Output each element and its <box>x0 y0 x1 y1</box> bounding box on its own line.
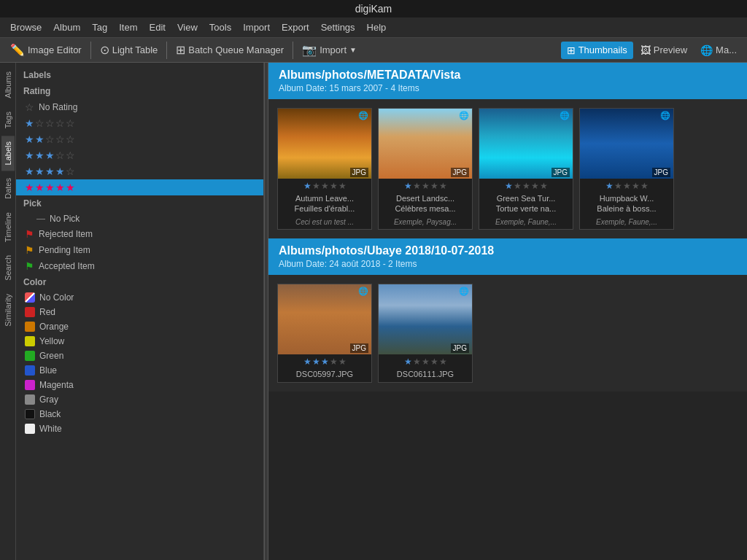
thumb-desert[interactable]: 🌐 JPG ★ ★ ★ ★ ★ Desert Landsc...Célèbres… <box>378 108 473 230</box>
gray-label: Gray <box>39 394 58 405</box>
white-swatch <box>25 424 35 434</box>
red-label: Red <box>39 307 55 317</box>
thumb-comment-4: Exemple, Faune,... <box>580 217 673 229</box>
accepted-flag-icon: ⚑ <box>25 260 34 272</box>
5star-stars: ★ ★ ★ ★ ★ <box>25 182 75 193</box>
menu-help[interactable]: Help <box>363 20 391 34</box>
thumb-whale[interactable]: 🌐 JPG ★ ★ ★ ★ ★ Humpback W...Baleine à b… <box>579 108 674 230</box>
orange-label: Orange <box>39 322 69 332</box>
album-title-1: Albums/photos/METADATA/Vista <box>279 69 737 82</box>
rating-4star[interactable]: ★ ★ ★ ★ ☆ <box>16 163 263 179</box>
thumb-stars-5: ★ ★ ★ ★ ★ <box>278 354 371 368</box>
preview-button[interactable]: 🖼 Preview <box>635 42 693 59</box>
thumb-dsc06111[interactable]: 🌐 JPG ★ ★ ★ ★ ★ DSC06111.JPG <box>378 284 473 383</box>
menu-view[interactable]: View <box>173 20 202 34</box>
album-title-2: Albums/photos/Ubaye 2018/10-07-2018 <box>279 244 737 257</box>
image-editor-icon: ✏️ <box>10 43 25 57</box>
tab-tags[interactable]: Tags <box>1 106 15 134</box>
color-gray[interactable]: Gray <box>16 392 263 407</box>
color-orange[interactable]: Orange <box>16 319 263 334</box>
thumb-name-6: DSC06111.JPG <box>379 368 472 382</box>
format-label-5: JPG <box>350 343 368 353</box>
light-table-button[interactable]: ⊙ Light Table <box>94 40 164 60</box>
menu-edit[interactable]: Edit <box>144 20 169 34</box>
thumb-img-turtle: 🌐 JPG <box>479 109 573 179</box>
rating-1star[interactable]: ★ ☆ ☆ ☆ ☆ <box>16 115 263 131</box>
album-header-1: Albums/photos/METADATA/Vista Album Date:… <box>268 63 747 99</box>
magenta-swatch <box>25 380 35 390</box>
pick-rejected[interactable]: ⚑ Rejected Item <box>16 226 263 242</box>
rating-title: Rating <box>16 83 263 99</box>
thumb-dsc05997[interactable]: 🌐 JPG ★ ★ ★ ★ ★ DSC05997.JPG <box>277 284 372 383</box>
labels-title: Labels <box>16 67 263 83</box>
thumb-stars-6: ★ ★ ★ ★ ★ <box>379 354 472 368</box>
globe-icon-4: 🌐 <box>660 111 670 120</box>
album-header-2: Albums/photos/Ubaye 2018/10-07-2018 Albu… <box>268 238 747 275</box>
menu-settings[interactable]: Settings <box>317 20 360 34</box>
side-tab-bar: Albums Tags Labels Dates Timeline Search… <box>0 63 16 560</box>
tab-labels[interactable]: Labels <box>1 136 15 171</box>
tab-albums[interactable]: Albums <box>1 66 15 104</box>
color-white[interactable]: White <box>16 421 263 436</box>
no-rating-label: No Rating <box>39 102 77 112</box>
menu-item[interactable]: Item <box>115 20 142 34</box>
rating-no-rating[interactable]: ☆ No Rating <box>16 99 263 115</box>
format-label-4: JPG <box>652 168 670 177</box>
thumb-autumn-leaves[interactable]: 🌐 JPG ★ ★ ★ ★ ★ Autumn Leave...Feuilles … <box>277 108 372 230</box>
tab-timeline[interactable]: Timeline <box>1 206 15 248</box>
thumb-comment-1: Ceci est un test ... <box>278 217 371 229</box>
pending-flag-icon: ⚑ <box>25 244 34 256</box>
pending-label: Pending Item <box>39 245 90 255</box>
menu-browse[interactable]: Browse <box>6 20 46 34</box>
pick-no-pick[interactable]: — No Pick <box>16 211 263 226</box>
tab-search[interactable]: Search <box>1 249 15 287</box>
color-green[interactable]: Green <box>16 349 263 363</box>
thumb-turtle[interactable]: 🌐 JPG ★ ★ ★ ★ ★ Green Sea Tur...Tortue v… <box>479 108 573 230</box>
no-color-swatch <box>25 292 35 303</box>
import-button[interactable]: 📷 Import ▼ <box>296 40 363 60</box>
format-label-1: JPG <box>350 168 368 177</box>
globe-icon-1: 🌐 <box>358 111 368 120</box>
color-blue[interactable]: Blue <box>16 363 263 378</box>
color-magenta[interactable]: Magenta <box>16 378 263 392</box>
map-button[interactable]: 🌐 Ma... <box>694 42 743 59</box>
gray-swatch <box>25 394 35 405</box>
orange-swatch <box>25 322 35 332</box>
format-label-6: JPG <box>451 343 469 353</box>
menu-import[interactable]: Import <box>239 20 274 34</box>
thumb-name-2: Desert Landsc...Célèbres mesa... <box>379 192 472 217</box>
menu-album[interactable]: Album <box>49 20 85 34</box>
color-no-color[interactable]: No Color <box>16 290 263 305</box>
image-editor-button[interactable]: ✏️ Image Editor <box>4 40 88 60</box>
green-swatch <box>25 351 35 361</box>
menu-bar: Browse Album Tag Item Edit View Tools Im… <box>0 18 747 38</box>
album-grid-2: 🌐 JPG ★ ★ ★ ★ ★ DSC05997.JPG 🌐 JPG <box>268 275 747 392</box>
color-black[interactable]: Black <box>16 407 263 421</box>
rating-2star[interactable]: ★ ★ ☆ ☆ ☆ <box>16 131 263 147</box>
black-swatch <box>25 409 35 419</box>
yellow-label: Yellow <box>39 336 64 346</box>
rating-3star[interactable]: ★ ★ ★ ☆ ☆ <box>16 147 263 163</box>
pick-pending[interactable]: ⚑ Pending Item <box>16 242 263 258</box>
tab-similarity[interactable]: Similarity <box>1 288 15 332</box>
menu-tag[interactable]: Tag <box>88 20 112 34</box>
album-grid-1: 🌐 JPG ★ ★ ★ ★ ★ Autumn Leave...Feuilles … <box>268 99 747 238</box>
color-red[interactable]: Red <box>16 305 263 319</box>
menu-tools[interactable]: Tools <box>205 20 236 34</box>
thumb-img-lake: 🌐 JPG <box>379 284 472 354</box>
menu-export[interactable]: Export <box>277 20 314 34</box>
globe-icon-5: 🌐 <box>358 287 368 296</box>
color-yellow[interactable]: Yellow <box>16 334 263 349</box>
thumb-img-whale: 🌐 JPG <box>580 109 673 179</box>
thumbnails-button[interactable]: ⊞ Thumbnails <box>561 42 633 59</box>
globe-icon-2: 🌐 <box>459 111 469 120</box>
tab-dates[interactable]: Dates <box>1 172 15 205</box>
batch-queue-button[interactable]: ⊞ Batch Queue Manager <box>170 40 290 60</box>
1star-stars: ★ ☆ ☆ ☆ ☆ <box>25 117 75 129</box>
rating-5star[interactable]: ★ ★ ★ ★ ★ <box>16 179 263 195</box>
thumb-comment-2: Exemple, Paysag... <box>379 217 472 229</box>
no-rating-stars: ☆ <box>25 101 34 113</box>
content-area: Albums/photos/METADATA/Vista Album Date:… <box>268 63 747 560</box>
pick-accepted[interactable]: ⚑ Accepted Item <box>16 258 263 274</box>
globe-icon-3: 🌐 <box>560 111 570 120</box>
